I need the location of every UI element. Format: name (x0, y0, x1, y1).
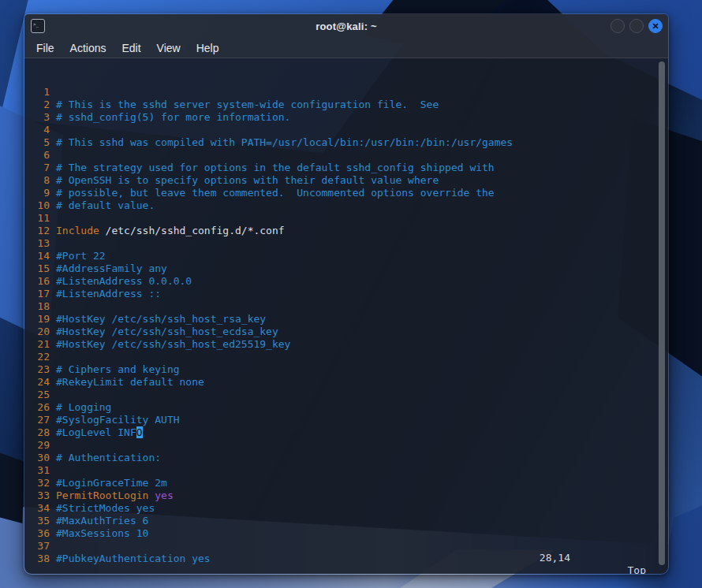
editor-line: 29 (24, 439, 668, 452)
code-text: #LogLevel INFO (56, 426, 143, 438)
menu-item-view[interactable]: View (149, 40, 189, 56)
editor-line: 15#AddressFamily any (24, 262, 668, 275)
editor-line: 16#ListenAddress 0.0.0.0 (24, 275, 668, 288)
terminal-icon[interactable]: >_ (31, 19, 45, 33)
code-text: #StrictModes yes (56, 502, 155, 514)
editor-line: 17#ListenAddress :: (24, 288, 668, 300)
editor-line: 36#MaxSessions 10 (24, 527, 668, 540)
editor-line: 8# OpenSSH is to specify options with th… (24, 174, 668, 187)
line-number: 4 (24, 124, 50, 136)
editor-line: 31 (24, 464, 668, 477)
line-number: 32 (24, 477, 50, 489)
editor-line: 24#RekeyLimit default none (24, 376, 668, 389)
line-number: 11 (24, 212, 50, 225)
menubar: FileActionsEditViewHelp (24, 38, 668, 58)
code-text: # Authentication: (56, 452, 161, 463)
code-text: #ListenAddress :: (56, 288, 161, 300)
line-number: 22 (24, 351, 50, 363)
menu-item-actions[interactable]: Actions (62, 40, 114, 56)
scrollbar-thumb[interactable] (659, 61, 665, 565)
editor-line: 1 (24, 86, 668, 99)
line-number: 33 (24, 489, 50, 502)
line-number: 21 (24, 338, 50, 351)
code-text: #HostKey /etc/ssh/ssh_host_ecdsa_key (56, 326, 278, 337)
line-number: 30 (24, 452, 50, 464)
code-text: # default value. (56, 199, 155, 211)
line-number: 20 (24, 326, 50, 338)
line-number: 8 (24, 174, 50, 187)
editor-line: 6 (24, 149, 668, 162)
line-number: 10 (24, 199, 50, 212)
line-number: 2 (24, 99, 50, 111)
editor-line: 5# This sshd was compiled with PATH=/usr… (24, 136, 668, 149)
code-text: #RekeyLimit default none (56, 376, 204, 388)
menu-item-file[interactable]: File (28, 40, 62, 56)
line-number: 34 (24, 502, 50, 515)
line-number: 36 (24, 527, 50, 540)
editor-line: 18 (24, 300, 668, 313)
cursor-position: 28,14 (540, 552, 570, 564)
line-number: 9 (24, 187, 50, 199)
code-text: # Ciphers and keying (56, 363, 180, 375)
vim-cursor: O (136, 426, 143, 438)
code-text: # sshd_config(5) for more information. (56, 111, 290, 123)
editor-line: 38#PubkeyAuthentication yes (24, 553, 668, 565)
code-text: #AddressFamily any (56, 262, 167, 274)
code-text: Include /etc/ssh/sshd_config.d/*.conf (56, 225, 285, 236)
editor-line: 25 (24, 389, 668, 401)
code-text: #LoginGraceTime 2m (56, 477, 167, 489)
editor-lines: 12# This is the sshd server system-wide … (24, 86, 668, 565)
editor-line: 21#HostKey /etc/ssh/ssh_host_ed25519_key (24, 338, 668, 351)
code-text: #MaxSessions 10 (56, 527, 148, 539)
titlebar[interactable]: >_ root@kali: ~ ✕ (24, 14, 668, 38)
line-number: 24 (24, 376, 50, 389)
editor-line: 28#LogLevel INFO (24, 426, 668, 439)
code-text: # This sshd was compiled with PATH=/usr/… (56, 136, 513, 148)
code-text: PermitRootLogin yes (56, 489, 174, 501)
editor-line: 33PermitRootLogin yes (24, 489, 668, 502)
line-number: 18 (24, 300, 50, 313)
editor-line: 13 (24, 237, 668, 250)
line-number: 1 (24, 86, 50, 99)
code-text: # Logging (56, 401, 111, 413)
line-number: 19 (24, 313, 50, 326)
line-number: 26 (24, 401, 50, 414)
editor-line: 22 (24, 351, 668, 363)
editor-line: 12Include /etc/ssh/sshd_config.d/*.conf (24, 225, 668, 237)
code-text: #MaxAuthTries 6 (56, 515, 148, 527)
editor-line: 34#StrictModes yes (24, 502, 668, 515)
line-number: 17 (24, 288, 50, 300)
vim-statusline: 28,14 Top (24, 539, 668, 552)
line-number: 29 (24, 439, 50, 452)
editor-line: 3# sshd_config(5) for more information. (24, 111, 668, 124)
editor-line: 4 (24, 124, 668, 136)
menu-item-edit[interactable]: Edit (114, 40, 148, 56)
line-number: 15 (24, 262, 50, 275)
editor-line: 19#HostKey /etc/ssh/ssh_host_rsa_key (24, 313, 668, 326)
editor-line: 26# Logging (24, 401, 668, 414)
code-text: #ListenAddress 0.0.0.0 (56, 275, 192, 287)
terminal-content[interactable]: 12# This is the sshd server system-wide … (24, 58, 668, 575)
menu-item-help[interactable]: Help (189, 40, 227, 56)
maximize-button[interactable] (629, 19, 644, 33)
line-number: 5 (24, 136, 50, 149)
line-number: 27 (24, 414, 50, 426)
editor-line: 14#Port 22 (24, 250, 668, 262)
close-button[interactable]: ✕ (648, 19, 663, 33)
code-text: #PubkeyAuthentication yes (56, 553, 211, 564)
code-text: # possible, but leave them commented. Un… (56, 187, 495, 199)
code-text: #HostKey /etc/ssh/ssh_host_rsa_key (56, 313, 266, 325)
minimize-button[interactable] (611, 19, 625, 33)
desktop-wallpaper: >_ root@kali: ~ ✕ FileActionsEditViewHel… (0, 0, 702, 588)
line-number: 23 (24, 363, 50, 376)
editor-line: 9# possible, but leave them commented. U… (24, 187, 668, 199)
line-number: 13 (24, 237, 50, 250)
line-number: 14 (24, 250, 50, 262)
scroll-position: Top (628, 564, 646, 575)
line-number: 35 (24, 515, 50, 527)
editor-line: 32#LoginGraceTime 2m (24, 477, 668, 489)
editor-line: 27#SyslogFacility AUTH (24, 414, 668, 426)
line-number: 31 (24, 464, 50, 477)
line-number: 6 (24, 149, 50, 162)
line-number: 3 (24, 111, 50, 124)
